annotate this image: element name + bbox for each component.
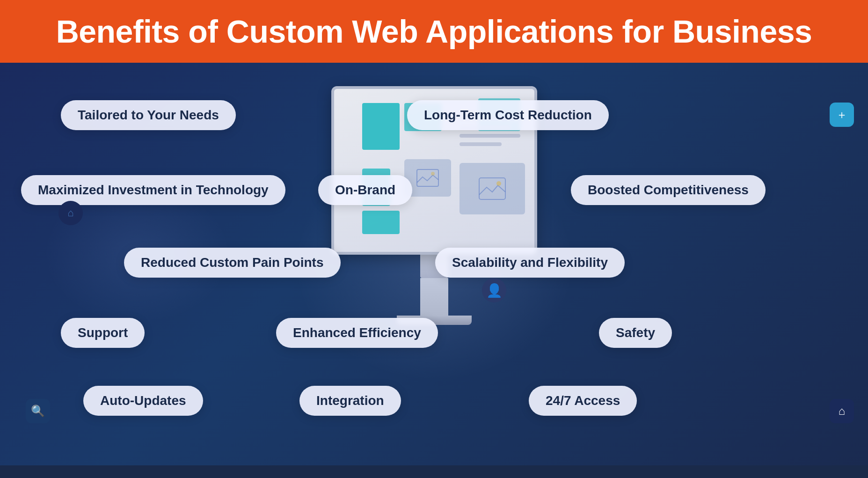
pill-efficiency: Enhanced Efficiency [276, 318, 438, 348]
pill-integration: Integration [299, 386, 401, 416]
pill-autoupdates: Auto-Updates [83, 386, 203, 416]
main-content: Tailored to Your Needs Long-Term Cost Re… [0, 63, 868, 465]
pill-onbrand: On-Brand [318, 175, 412, 205]
svg-point-3 [431, 172, 435, 176]
home-icon-corner[interactable]: ⌂ [830, 399, 854, 423]
pill-boosted: Boosted Competitiveness [571, 175, 766, 205]
user-icon: 👤 [482, 278, 506, 302]
page-wrapper: Benefits of Custom Web Applications for … [0, 0, 868, 465]
svg-point-1 [496, 181, 501, 186]
svg-rect-2 [417, 169, 438, 186]
home-icon-small-symbol: ⌂ [67, 207, 73, 219]
monitor-stand-ext [420, 278, 448, 316]
teal-block-1 [362, 103, 400, 150]
user-icon-symbol: 👤 [486, 283, 503, 298]
pill-reduced: Reduced Custom Pain Points [124, 248, 341, 278]
plus-icon-corner[interactable]: ＋ [830, 103, 854, 127]
image-placeholder-1 [460, 163, 525, 214]
monitor-line-3 [460, 134, 520, 138]
search-icon: 🔍 [31, 404, 45, 418]
pill-scalability: Scalability and Flexibility [435, 248, 625, 278]
search-icon-corner[interactable]: 🔍 [26, 399, 50, 423]
plus-icon: ＋ [836, 107, 847, 122]
home-icon: ⌂ [839, 404, 846, 418]
pill-access: 24/7 Access [529, 386, 637, 416]
teal-block-4 [362, 211, 400, 234]
pill-longterm: Long-Term Cost Reduction [407, 100, 609, 130]
pill-tailored: Tailored to Your Needs [61, 100, 236, 130]
pill-support: Support [61, 318, 145, 348]
home-icon-small: ⌂ [58, 201, 83, 225]
monitor-line-4 [460, 142, 502, 146]
page-header: Benefits of Custom Web Applications for … [0, 0, 868, 63]
pill-maximized: Maximized Investment in Technology [21, 175, 285, 205]
page-title: Benefits of Custom Web Applications for … [19, 13, 849, 50]
pill-safety: Safety [599, 318, 672, 348]
